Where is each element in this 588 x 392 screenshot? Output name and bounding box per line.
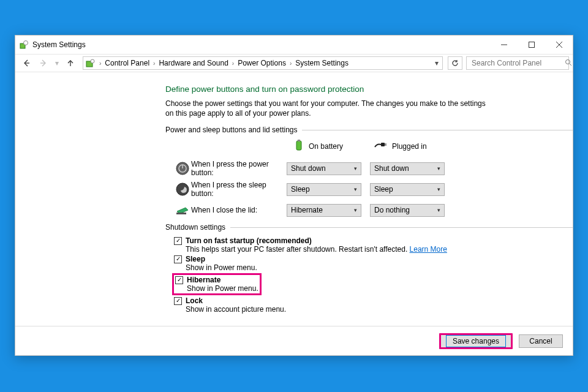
checkbox-fast-startup[interactable]: ✓ (174, 237, 182, 245)
section-power-sleep: Power and sleep buttons and lid settings (165, 126, 573, 134)
section-shutdown: Shutdown settings (165, 223, 573, 232)
chevron-right-icon: › (287, 60, 294, 67)
crumb-dropdown[interactable]: ▾ (435, 59, 440, 67)
titlebar-title: System Settings (32, 40, 86, 49)
recent-chevron-icon[interactable]: ▾ (53, 56, 61, 70)
save-button-highlight: Save changes (439, 333, 513, 349)
sleep-icon (174, 181, 191, 198)
sleep-battery-select[interactable]: Sleep▾ (287, 183, 361, 196)
chevron-right-icon: › (230, 60, 236, 67)
page-description: Choose the power settings that you want … (165, 99, 490, 118)
check-hibernate: ✓ Hibernate Show in Power menu. (175, 276, 258, 293)
footer: Save changes Cancel (15, 326, 573, 355)
laptop-icon (174, 202, 191, 219)
battery-icon (294, 139, 304, 153)
cancel-button[interactable]: Cancel (519, 334, 563, 348)
plug-icon (374, 141, 387, 151)
check-sleep: ✓ Sleep Show in Power menu. (174, 255, 573, 272)
chevron-down-icon: ▾ (435, 59, 439, 67)
crumb-control-panel[interactable]: Control Panel (104, 59, 151, 67)
svg-line-12 (570, 64, 571, 66)
svg-point-10 (91, 59, 94, 63)
search-icon (565, 59, 572, 68)
control-panel-icon (86, 58, 96, 68)
svg-point-1 (24, 41, 28, 45)
svg-point-21 (176, 183, 189, 195)
sleep-plugged-select[interactable]: Sleep▾ (370, 183, 445, 196)
svg-rect-14 (298, 140, 300, 141)
checkbox-lock[interactable]: ✓ (174, 297, 182, 305)
check-lock: ✓ Lock Show in account picture menu. (174, 296, 573, 314)
crumb-power[interactable]: Power Options (236, 59, 287, 67)
close-button[interactable] (545, 36, 573, 54)
checkbox-hibernate[interactable]: ✓ (175, 276, 183, 284)
breadcrumb[interactable]: › Control Panel › Hardware and Sound › P… (83, 56, 443, 70)
system-settings-window: System Settings ▾ › Control Panel › Hard… (15, 35, 573, 356)
column-headers: On battery Plugged in (294, 139, 573, 153)
chevron-down-icon: ▾ (354, 186, 357, 192)
chevron-down-icon: ▾ (437, 186, 440, 192)
check-fast-startup: ✓ Turn on fast startup (recommended) Thi… (174, 236, 573, 254)
chevron-down-icon: ▾ (354, 165, 357, 172)
forward-button[interactable] (36, 56, 51, 70)
highlight-hibernate: ✓ Hibernate Show in Power menu. (172, 273, 262, 295)
svg-rect-3 (529, 42, 534, 48)
up-button[interactable] (63, 56, 78, 70)
row-lid: When I close the lid: Hibernate▾ Do noth… (174, 200, 573, 221)
svg-rect-15 (381, 143, 385, 146)
back-button[interactable] (19, 56, 34, 70)
content: Define power buttons and turn on passwor… (15, 72, 573, 355)
titlebar: System Settings (15, 36, 573, 54)
chevron-down-icon: ▾ (437, 207, 440, 213)
chevron-down-icon: ▾ (354, 207, 357, 213)
minimize-button[interactable] (490, 36, 518, 54)
svg-rect-22 (176, 213, 186, 214)
power-battery-select[interactable]: Shut down▾ (287, 162, 361, 175)
power-icon (174, 160, 191, 177)
page-heading: Define power buttons and turn on passwor… (165, 85, 573, 94)
svg-rect-13 (296, 141, 301, 150)
lid-battery-select[interactable]: Hibernate▾ (287, 204, 361, 217)
svg-point-11 (566, 59, 570, 64)
lid-plugged-select[interactable]: Do nothing▾ (370, 204, 445, 217)
window-buttons (490, 36, 573, 54)
refresh-button[interactable] (448, 56, 462, 70)
save-button[interactable]: Save changes (446, 335, 506, 347)
search-input[interactable] (470, 58, 565, 68)
chevron-right-icon: › (97, 60, 104, 67)
row-sleep-button: When I press the sleep button: Sleep▾ Sl… (174, 179, 573, 200)
checkbox-sleep[interactable]: ✓ (174, 255, 182, 263)
maximize-button[interactable] (518, 36, 545, 54)
chevron-right-icon: › (151, 60, 157, 67)
navbar: ▾ › Control Panel › Hardware and Sound ›… (15, 54, 573, 72)
app-icon (19, 40, 29, 50)
chevron-down-icon: ▾ (437, 165, 440, 172)
crumb-current: System Settings (294, 59, 350, 67)
search-box[interactable] (466, 56, 569, 70)
crumb-hardware[interactable]: Hardware and Sound (157, 59, 229, 67)
power-plugged-select[interactable]: Shut down▾ (370, 162, 445, 175)
row-power-button: When I press the power button: Shut down… (174, 158, 573, 179)
learn-more-link[interactable]: Learn More (410, 245, 447, 254)
